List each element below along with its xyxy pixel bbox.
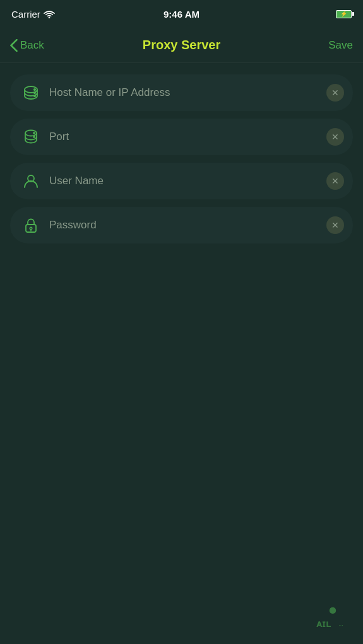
form-area: ✕ ✕ ✕: [0, 63, 363, 255]
svg-point-3: [34, 92, 35, 93]
watermark: ᴀɪʟ ···: [314, 605, 352, 633]
lock-icon: [19, 213, 43, 237]
port-input[interactable]: [43, 131, 326, 143]
status-bar: Carrier 9:46 AM ⚡: [0, 0, 363, 28]
back-label: Back: [20, 39, 44, 52]
svg-point-0: [48, 16, 50, 18]
battery-bolt: ⚡: [340, 11, 347, 17]
username-input[interactable]: [43, 175, 326, 187]
password-input[interactable]: [43, 219, 326, 231]
host-input[interactable]: [43, 86, 326, 99]
svg-point-7: [33, 136, 35, 138]
back-chevron-icon: [10, 39, 18, 52]
database-icon: [19, 125, 43, 149]
back-button[interactable]: Back: [10, 39, 44, 52]
user-svg: [22, 172, 40, 190]
svg-point-4: [34, 95, 35, 97]
nav-bar: Back Proxy Server Save: [0, 28, 363, 63]
port-clear-button[interactable]: ✕: [326, 128, 344, 146]
wifi-icon: [44, 10, 55, 18]
carrier-text: Carrier: [11, 9, 40, 20]
port-field-row: ✕: [10, 119, 353, 155]
save-button[interactable]: Save: [328, 39, 353, 52]
watermark-svg: ᴀɪʟ ···: [314, 605, 352, 630]
status-time: 9:46 AM: [164, 9, 199, 20]
lock-svg: [22, 216, 40, 234]
user-icon: [19, 169, 43, 193]
server-icon: [19, 81, 43, 105]
username-field-row: ✕: [10, 163, 353, 199]
status-right: ⚡: [336, 10, 352, 18]
svg-point-6: [33, 132, 35, 134]
svg-point-2: [34, 89, 35, 90]
username-clear-button[interactable]: ✕: [326, 172, 344, 190]
page-title: Proxy Server: [143, 38, 220, 52]
host-field-row: ✕: [10, 74, 353, 111]
svg-text:···: ···: [338, 622, 343, 628]
password-clear-button[interactable]: ✕: [326, 216, 344, 234]
database-svg: [22, 128, 40, 146]
battery-icon: ⚡: [336, 10, 352, 18]
password-field-row: ✕: [10, 207, 353, 243]
host-clear-button[interactable]: ✕: [326, 84, 344, 102]
carrier-label: Carrier: [11, 9, 55, 20]
server-svg: [22, 84, 40, 102]
svg-text:ᴀɪʟ: ᴀɪʟ: [316, 618, 331, 629]
